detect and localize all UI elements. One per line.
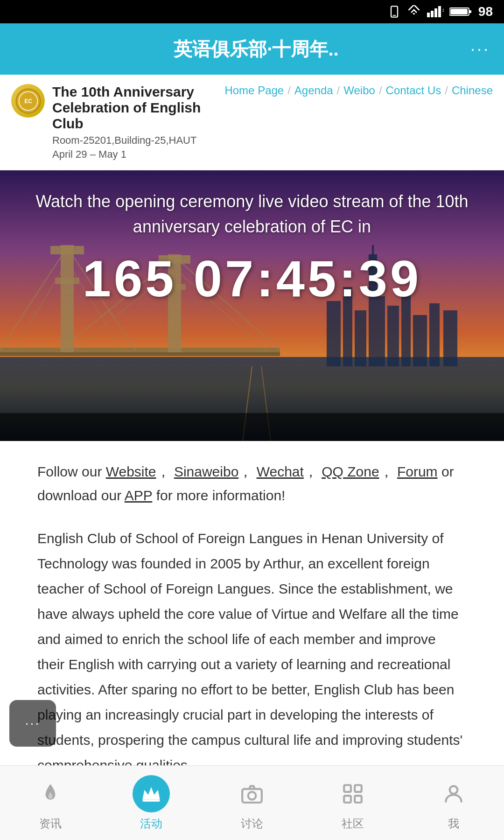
follow-section: Follow our Website， Sinaweibo， Wechat， Q… (37, 460, 467, 507)
svg-rect-50 (344, 796, 351, 803)
svg-rect-3 (431, 11, 434, 17)
body-description: English Club of School of Foreign Langue… (37, 526, 467, 778)
svg-rect-2 (427, 13, 430, 17)
nav-label-discuss: 讨论 (241, 816, 263, 831)
club-logo-icon: EC (15, 88, 41, 114)
crown-icon (139, 782, 163, 806)
link-sinaweibo[interactable]: Sinaweibo (174, 464, 238, 479)
phone-icon (388, 5, 401, 18)
club-info: The 10th Anniversary Celebration of Engl… (52, 84, 217, 161)
floating-menu-button[interactable]: ··· (9, 700, 56, 747)
club-location: Room-25201,Building-25,HAUT (52, 134, 217, 147)
person-icon (441, 782, 466, 806)
floating-dots: ··· (25, 716, 40, 731)
fire-icon (38, 782, 63, 806)
link-app[interactable]: APP (125, 488, 153, 503)
svg-point-47 (248, 791, 256, 799)
nav-link-contact[interactable]: Contact Us (386, 84, 441, 97)
nav-icon-wrapper-community (334, 775, 371, 812)
nav-link-agenda[interactable]: Agenda (294, 84, 333, 97)
club-full-name: The 10th Anniversary Celebration of Engl… (52, 84, 217, 132)
app-title: 英语俱乐部·十周年.. (42, 36, 470, 62)
svg-rect-51 (355, 796, 362, 803)
hero-content: Watch the opening ceremony live video st… (0, 170, 504, 308)
svg-rect-1 (392, 15, 396, 16)
sep4: / (445, 84, 448, 97)
svg-rect-5 (438, 6, 441, 17)
follow-prefix: Follow our (37, 464, 106, 479)
sep2: / (337, 84, 340, 97)
top-navigation: 英语俱乐部·十周年.. ··· (0, 23, 504, 75)
link-website[interactable]: Website (106, 464, 156, 479)
nav-label-community: 社区 (342, 816, 364, 831)
battery-percentage: 98 (478, 4, 493, 19)
nav-item-news[interactable]: 资讯 (0, 775, 101, 831)
svg-point-52 (450, 786, 458, 794)
sep1: / (287, 84, 291, 97)
nav-icon-wrapper-profile (435, 775, 472, 812)
camera-icon (240, 782, 264, 806)
nav-item-discuss[interactable]: 讨论 (202, 775, 302, 831)
nav-more-dots[interactable]: ··· (470, 39, 490, 59)
svg-rect-44 (0, 413, 504, 441)
nav-label-activities: 活动 (140, 816, 162, 831)
svg-text:EC: EC (24, 98, 32, 105)
svg-rect-23 (413, 315, 427, 366)
signal-icon: 3G (427, 5, 444, 18)
club-logo: EC (11, 84, 45, 118)
nav-icon-wrapper-activities (133, 775, 170, 812)
battery-icon (449, 5, 473, 18)
nav-link-homepage[interactable]: Home Page (224, 84, 284, 97)
svg-rect-24 (429, 303, 440, 366)
link-forum[interactable]: Forum (397, 464, 438, 479)
link-qq-zone[interactable]: QQ Zone (322, 464, 379, 479)
nav-icon-wrapper-discuss (233, 775, 271, 812)
nav-item-profile[interactable]: 我 (403, 775, 504, 831)
svg-rect-21 (387, 306, 399, 366)
nav-icon-wrapper-news (32, 775, 69, 812)
hero-description: Watch the opening ceremony live video st… (14, 189, 490, 239)
svg-rect-4 (434, 8, 437, 17)
hero-banner: Watch the opening ceremony live video st… (0, 170, 504, 441)
svg-rect-49 (355, 785, 362, 792)
svg-rect-48 (344, 785, 351, 792)
svg-rect-19 (355, 310, 366, 366)
nav-label-news: 资讯 (39, 816, 62, 831)
svg-rect-8 (469, 10, 471, 13)
sep3: / (379, 84, 382, 97)
svg-rect-29 (0, 352, 280, 356)
header-nav-links: Home Page / Agenda / Weibo / Contact Us … (224, 84, 493, 97)
nav-link-chinese[interactable]: Chinese (452, 84, 493, 97)
hero-countdown: 165 07:45:39 (14, 249, 490, 308)
nav-link-weibo[interactable]: Weibo (343, 84, 375, 97)
link-wechat[interactable]: Wechat (257, 464, 304, 479)
nav-item-community[interactable]: 社区 (302, 775, 403, 831)
wifi-icon (406, 5, 421, 18)
svg-rect-17 (327, 301, 341, 366)
svg-rect-45 (142, 799, 160, 801)
club-date: April 29 – May 1 (52, 148, 217, 161)
status-icons: 3G 98 (388, 4, 493, 19)
header-info-bar: EC The 10th Anniversary Celebration of E… (0, 75, 504, 170)
svg-rect-9 (450, 9, 468, 14)
more-suffix: for more information! (156, 488, 286, 503)
svg-rect-25 (443, 310, 457, 366)
status-bar: 3G 98 (0, 0, 504, 23)
nav-label-profile: 我 (448, 816, 459, 831)
nav-item-activities[interactable]: 活动 (101, 775, 202, 831)
svg-text:3G: 3G (442, 8, 444, 13)
main-content: Follow our Website， Sinaweibo， Wechat， Q… (0, 441, 504, 797)
bottom-navigation: 资讯 活动 讨论 (0, 765, 504, 840)
grid-icon (341, 782, 365, 806)
